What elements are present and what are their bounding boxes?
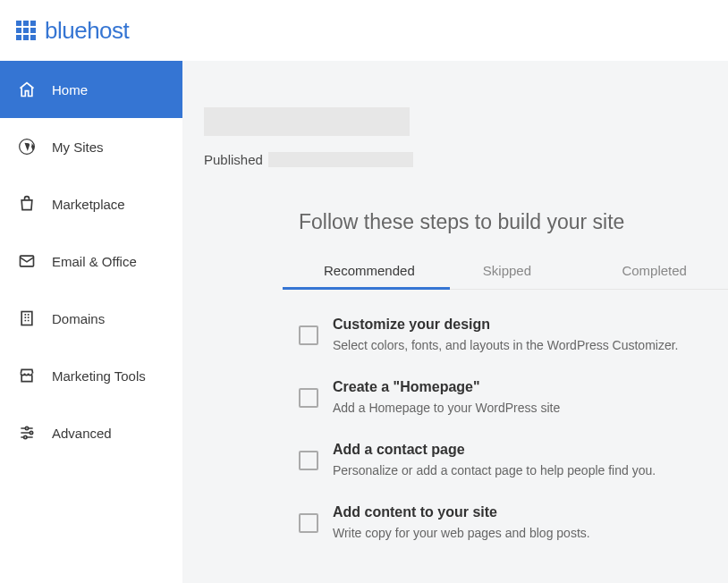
tab-label: Recommended <box>324 263 415 278</box>
published-row: Published <box>204 152 728 167</box>
task-title: Create a "Homepage" <box>333 379 728 395</box>
sidebar-item-my-sites[interactable]: My Sites <box>0 118 182 175</box>
sidebar-item-label: My Sites <box>52 139 104 155</box>
mail-icon <box>18 252 36 270</box>
sidebar-item-label: Marketing Tools <box>52 368 146 384</box>
svg-point-4 <box>30 431 32 434</box>
task-title: Add content to your site <box>333 504 728 520</box>
published-label: Published <box>204 152 263 167</box>
sidebar-item-label: Marketplace <box>52 197 125 212</box>
building-icon <box>18 309 36 327</box>
task-title: Add a contact page <box>333 442 728 458</box>
svg-rect-2 <box>21 312 32 325</box>
sidebar-item-label: Domains <box>52 311 105 326</box>
task-checkbox[interactable] <box>299 325 318 345</box>
task-description: Write copy for your web pages and blog p… <box>333 526 728 540</box>
task-checkbox[interactable] <box>299 451 318 470</box>
tab-recommended[interactable]: Recommended <box>299 252 434 289</box>
task-list: Customize your design Select colors, fon… <box>299 290 728 540</box>
tabs: Recommended Skipped Completed <box>299 252 728 290</box>
task-checkbox[interactable] <box>299 513 318 533</box>
sidebar-item-label: Home <box>52 82 88 97</box>
tab-label: Completed <box>622 263 687 278</box>
site-title-placeholder <box>204 107 410 136</box>
task-title: Customize your design <box>333 317 728 333</box>
tab-label: Skipped <box>483 263 531 278</box>
svg-point-3 <box>25 427 28 429</box>
task-item: Add a contact page Personalize or add a … <box>299 442 728 477</box>
tab-skipped[interactable]: Skipped <box>434 252 581 289</box>
sliders-icon <box>18 424 36 442</box>
header: bluehost <box>0 0 728 61</box>
sidebar-item-marketing-tools[interactable]: Marketing Tools <box>0 347 182 404</box>
sidebar-item-label: Email & Office <box>52 254 137 269</box>
task-item: Create a "Homepage" Add a Homepage to yo… <box>299 379 728 415</box>
brand-name: bluehost <box>45 17 129 45</box>
logo-grid-icon <box>16 21 36 40</box>
sidebar-item-email-office[interactable]: Email & Office <box>0 232 182 290</box>
task-description: Add a Homepage to your WordPress site <box>333 401 728 415</box>
svg-point-5 <box>24 435 27 438</box>
steps-section: Follow these steps to build your site Re… <box>182 210 728 540</box>
main-content: Published Follow these steps to build yo… <box>182 61 728 583</box>
published-date-placeholder <box>268 152 413 167</box>
task-item: Add content to your site Write copy for … <box>299 504 728 540</box>
wordpress-icon <box>18 138 36 156</box>
home-icon <box>18 80 36 98</box>
sidebar-item-marketplace[interactable]: Marketplace <box>0 175 182 232</box>
tab-completed[interactable]: Completed <box>580 252 728 289</box>
task-description: Select colors, fonts, and layouts in the… <box>333 338 728 352</box>
steps-heading: Follow these steps to build your site <box>299 210 728 234</box>
sidebar: Home My Sites Marketplace Email & Office <box>0 61 182 583</box>
storefront-icon <box>18 367 36 384</box>
sidebar-item-domains[interactable]: Domains <box>0 290 182 347</box>
sidebar-item-label: Advanced <box>52 426 112 441</box>
site-info-block: Published <box>182 107 728 167</box>
task-checkbox[interactable] <box>299 388 318 408</box>
shopping-bag-icon <box>18 195 36 213</box>
task-description: Personalize or add a contact page to hel… <box>333 463 728 477</box>
sidebar-item-advanced[interactable]: Advanced <box>0 404 182 461</box>
sidebar-item-home[interactable]: Home <box>0 61 182 118</box>
task-item: Customize your design Select colors, fon… <box>299 317 728 352</box>
